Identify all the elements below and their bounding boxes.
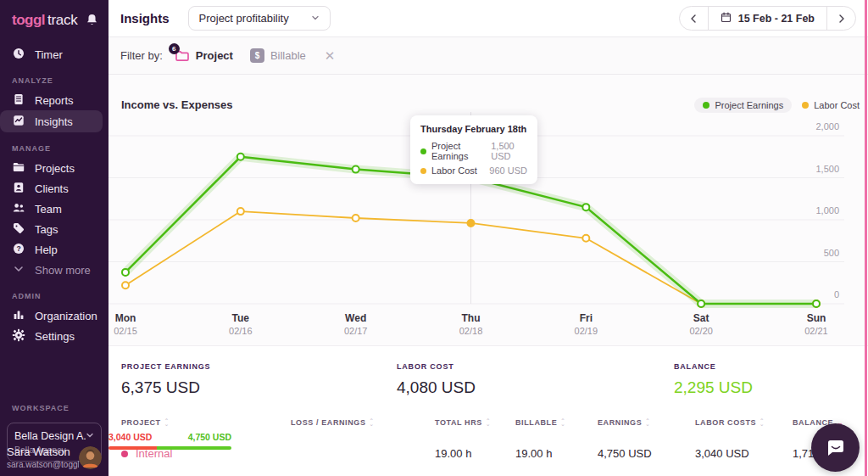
clock-icon	[12, 47, 25, 63]
prev-period-button[interactable]	[680, 7, 708, 30]
filter-chip-project[interactable]: 6 Project	[175, 49, 233, 63]
sidebar-item-reports[interactable]: Reports	[0, 90, 108, 110]
sidebar-item-projects[interactable]: Projects	[0, 158, 108, 178]
main-content: Insights Project profitability 15 Feb - …	[108, 0, 868, 476]
x-tick-day: Sun	[807, 312, 826, 324]
sidebar-item-settings[interactable]: Settings	[0, 326, 108, 346]
data-point-labor-cost[interactable]	[237, 208, 244, 215]
sidebar-item-clients[interactable]: Clients	[0, 178, 108, 199]
next-period-button[interactable]	[827, 7, 855, 30]
total-hrs-cell: 19.00 h	[435, 447, 471, 460]
earnings-cell: 4,750 USD	[598, 447, 652, 460]
user-email: sara.watson@toggl...	[7, 460, 79, 469]
data-point-labor-cost[interactable]	[353, 215, 359, 221]
summary-balance: BALANCE 2,295 USD	[674, 362, 753, 397]
column-header-labor-costs[interactable]: LABOR COSTS⌃⌄	[695, 418, 765, 427]
sidebar-item-timer[interactable]: Timer	[0, 44, 108, 64]
tooltip-title: Thursday February 18th	[420, 124, 527, 134]
sort-icon: ⌃⌄	[560, 419, 565, 426]
view-selector-dropdown[interactable]: Project profitability	[188, 6, 331, 31]
section-analyze: ANALYZE	[0, 64, 108, 90]
app-window: toggl track Timer ANALYZE Reports Insigh…	[0, 0, 868, 476]
pink-scrollbar[interactable]	[865, 0, 867, 476]
x-tick-date: 02/15	[114, 326, 137, 336]
sidebar-item-label: Projects	[35, 162, 75, 175]
chart-tooltip: Thursday February 18th Project Earnings …	[410, 115, 537, 184]
sidebar-item-label: Team	[35, 203, 62, 216]
summary-project-earnings: PROJECT EARNINGS 6,375 USD	[121, 362, 210, 397]
column-header-billable[interactable]: BILLABLE⌃⌄	[515, 418, 565, 427]
column-header-project[interactable]: PROJECT⌃⌄	[121, 418, 170, 427]
clear-filter-icon[interactable]: ✕	[325, 48, 336, 64]
summary-section: PROJECT EARNINGS 6,375 USD LABOR COST 4,…	[108, 352, 868, 408]
calendar-icon	[721, 12, 732, 25]
data-point-project-earnings[interactable]	[353, 166, 359, 173]
sidebar-item-label: Tags	[35, 223, 58, 236]
filter-chip-label: Project	[196, 49, 233, 62]
data-point-project-earnings[interactable]	[237, 154, 244, 160]
chat-icon	[825, 437, 847, 459]
data-point-project-earnings[interactable]	[582, 204, 589, 210]
sidebar-item-insights[interactable]: Insights	[0, 110, 103, 132]
bell-icon[interactable]	[86, 13, 98, 29]
sort-icon: ⌃⌄	[486, 419, 491, 426]
filter-chip-billable[interactable]: $ Billable	[250, 48, 306, 63]
sidebar-item-show-more[interactable]: Show more	[0, 260, 108, 280]
column-header-earnings[interactable]: EARNINGS⌃⌄	[598, 418, 650, 427]
avatar[interactable]	[79, 446, 102, 469]
tooltip-label: Project Earnings	[431, 141, 486, 161]
legend-dot-yellow	[802, 102, 809, 109]
tooltip-value: 1,500 USD	[491, 141, 527, 161]
column-header-loss-earnings[interactable]: LOSS / EARNINGS⌃⌄	[291, 418, 375, 427]
data-point-labor-cost[interactable]	[467, 220, 474, 227]
page-title: Insights	[120, 11, 170, 25]
legend-dot-green	[703, 102, 709, 109]
y-tick-label: 1,500	[815, 164, 839, 174]
legend-item-labor-cost[interactable]: Labor Cost	[802, 100, 860, 110]
insights-icon	[12, 114, 25, 130]
report-icon	[12, 92, 25, 109]
date-range-picker: 15 Feb - 21 Feb	[679, 6, 856, 31]
sidebar-item-label: Show more	[35, 264, 91, 277]
sidebar-item-tags[interactable]: Tags	[0, 219, 108, 239]
chevron-down-icon	[12, 262, 25, 278]
tooltip-dot-green	[420, 148, 426, 154]
legend-label: Project Earnings	[715, 100, 783, 110]
column-header-total-hrs[interactable]: TOTAL HRS⌃⌄	[435, 418, 491, 427]
project-cell[interactable]: Internal	[121, 447, 172, 460]
data-point-project-earnings[interactable]	[698, 300, 704, 307]
logo-toggl: toggl	[12, 12, 45, 29]
tooltip-label: Labor Cost	[431, 165, 477, 176]
data-point-labor-cost[interactable]	[122, 282, 129, 288]
sidebar-item-team[interactable]: Team	[0, 199, 108, 219]
summary-value: 6,375 USD	[121, 378, 210, 397]
legend-item-project-earnings[interactable]: Project Earnings	[694, 98, 792, 113]
chat-widget-button[interactable]	[811, 423, 860, 472]
chart-title: Income vs. Expenses	[121, 98, 233, 111]
sort-icon: ⌃⌄	[164, 419, 170, 426]
section-manage: MANAGE	[0, 132, 108, 158]
chevron-down-icon	[86, 429, 94, 442]
x-tick-date: 02/18	[459, 326, 483, 336]
data-point-project-earnings[interactable]	[813, 300, 820, 307]
data-point-project-earnings[interactable]	[122, 269, 129, 276]
date-range-button[interactable]: 15 Feb - 21 Feb	[708, 7, 827, 30]
table-row[interactable]: Internal 3,040 USD 4,750 USD 19.00 h 19.…	[108, 432, 868, 476]
sidebar-item-organization[interactable]: Organization Beta	[0, 305, 108, 326]
date-range-label: 15 Feb - 21 Feb	[738, 13, 815, 25]
chart-legend: Project Earnings Labor Cost	[694, 98, 860, 113]
x-tick-day: Thu	[461, 312, 480, 324]
view-selector-label: Project profitability	[199, 12, 289, 25]
earnings-value: 4,750 USD	[188, 432, 231, 442]
sidebar-item-help[interactable]: ? Help	[0, 239, 108, 260]
user-profile[interactable]: Sara Watson sara.watson@toggl...	[0, 445, 108, 469]
data-point-labor-cost[interactable]	[582, 235, 589, 242]
sidebar-item-label: Help	[35, 244, 58, 256]
summary-value: 4,080 USD	[397, 378, 476, 397]
sidebar-item-label: Clients	[35, 182, 69, 195]
loss-value: 3,040 USD	[108, 432, 152, 442]
sort-icon: ⌃⌄	[645, 419, 650, 426]
section-admin: ADMIN	[0, 280, 108, 305]
filter-by-label: Filter by:	[120, 49, 163, 62]
x-tick-day: Fri	[580, 312, 593, 324]
